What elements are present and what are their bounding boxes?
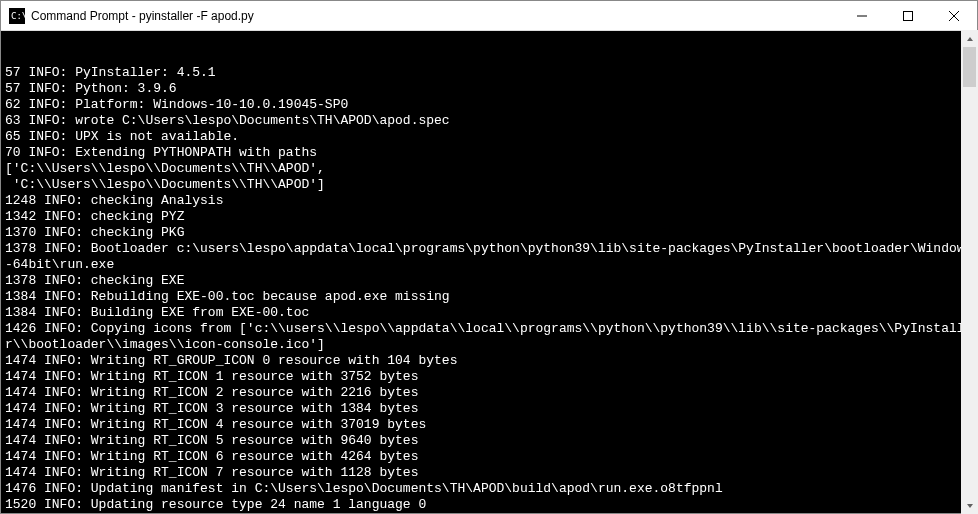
vertical-scrollbar[interactable] [961, 30, 978, 514]
app-icon: C:\ [9, 8, 25, 24]
scroll-down-arrow-icon[interactable] [961, 497, 978, 514]
window-controls [839, 1, 977, 30]
scrollbar-track[interactable] [961, 47, 978, 497]
titlebar[interactable]: C:\ Command Prompt - pyinstaller -F apod… [1, 1, 977, 31]
svg-rect-3 [904, 11, 913, 20]
command-prompt-window: C:\ Command Prompt - pyinstaller -F apod… [0, 0, 978, 514]
terminal-output[interactable]: 57 INFO: PyInstaller: 4.5.1 57 INFO: Pyt… [1, 31, 977, 513]
svg-marker-7 [967, 504, 973, 508]
scrollbar-thumb[interactable] [963, 47, 976, 87]
minimize-button[interactable] [839, 1, 885, 30]
svg-marker-6 [967, 37, 973, 41]
maximize-button[interactable] [885, 1, 931, 30]
window-title: Command Prompt - pyinstaller -F apod.py [31, 9, 839, 23]
close-button[interactable] [931, 1, 977, 30]
svg-text:C:\: C:\ [11, 11, 25, 21]
scroll-up-arrow-icon[interactable] [961, 30, 978, 47]
terminal-text: 57 INFO: PyInstaller: 4.5.1 57 INFO: Pyt… [5, 65, 973, 513]
